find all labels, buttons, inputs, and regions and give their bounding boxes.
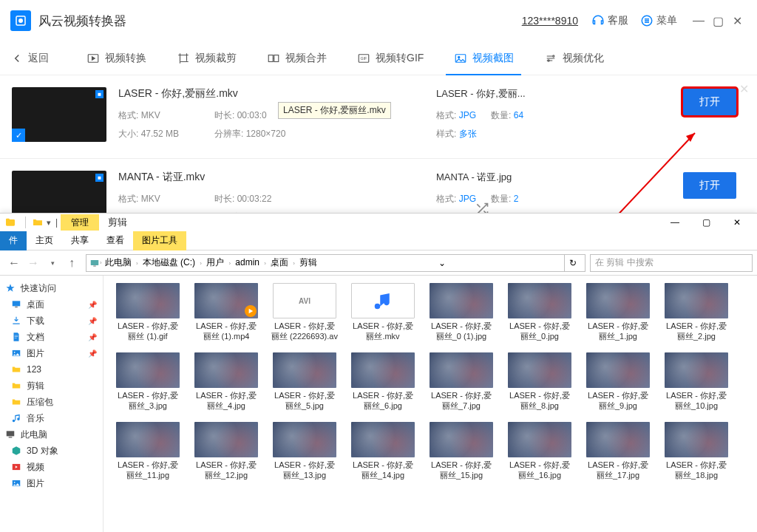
- tool-3[interactable]: GIF视频转GIF: [342, 41, 438, 75]
- file-item[interactable]: AVILASER - 你好,爱丽丝 (2226693).avi: [271, 283, 339, 342]
- menu-link[interactable]: 菜单: [640, 14, 677, 27]
- file-item[interactable]: LASER - 你好,爱丽丝_12.jpg: [192, 422, 260, 481]
- file-item[interactable]: LASER - 你好,爱丽丝_18.jpg: [662, 422, 730, 481]
- ribbon-view[interactable]: 查看: [98, 231, 133, 250]
- close-button[interactable]: ✕: [727, 11, 747, 30]
- tool-4[interactable]: 视频截图: [438, 41, 529, 75]
- file-item[interactable]: LASER - 你好,爱丽丝_11.jpg: [114, 422, 182, 481]
- open-button[interactable]: 打开: [683, 172, 736, 199]
- search-box[interactable]: 在 剪辑 中搜索: [590, 254, 753, 272]
- format-label: 格式: MKV: [118, 109, 214, 122]
- sidebar-item[interactable]: 图片: [0, 475, 103, 491]
- tool-2[interactable]: 视频合并: [251, 41, 342, 75]
- output-style-link[interactable]: 多张: [459, 129, 477, 139]
- exp-minimize-button[interactable]: ―: [659, 214, 690, 231]
- svg-point-19: [14, 352, 16, 353]
- file-label: LASER - 你好,爱丽丝_6.jpg: [349, 391, 417, 412]
- sidebar-item[interactable]: 文档📌: [0, 329, 103, 345]
- video-icon: [10, 461, 22, 473]
- sidebar-item[interactable]: 此电脑: [0, 426, 103, 443]
- file-item[interactable]: LASER - 你好,爱丽丝_14.jpg: [349, 422, 417, 481]
- file-item[interactable]: LASER - 你好,爱丽丝_1.jpg: [584, 283, 652, 342]
- toolbar: 返回 视频转换视频裁剪视频合并GIF视频转GIF视频截图视频优化: [0, 41, 757, 75]
- sidebar-item[interactable]: 快速访问: [0, 280, 103, 296]
- tool-1[interactable]: 视频裁剪: [161, 41, 251, 75]
- duration-label: 时长: 00:03:22: [214, 193, 310, 205]
- ribbon-pictools[interactable]: 图片工具: [133, 231, 186, 250]
- file-item[interactable]: LASER - 你好,爱丽丝_2.jpg: [662, 283, 730, 342]
- nav-up[interactable]: ↑: [62, 254, 81, 272]
- svg-point-1: [19, 19, 23, 23]
- folder-icon: [4, 216, 16, 228]
- file-item[interactable]: LASER - 你好,爱丽丝_7.jpg: [427, 352, 495, 412]
- file-item[interactable]: LASER - 你好,爱丽丝 (1).gif: [114, 283, 182, 342]
- ribbon-home[interactable]: 主页: [27, 231, 62, 250]
- file-item[interactable]: LASER - 你好,爱丽丝_0 (1).jpg: [427, 283, 495, 342]
- nav-recent[interactable]: ▾: [43, 254, 62, 272]
- back-button[interactable]: 返回: [10, 52, 49, 65]
- sidebar-item[interactable]: 下载📌: [0, 313, 103, 329]
- file-label: LASER - 你好,爱丽丝_14.jpg: [349, 460, 417, 481]
- file-item[interactable]: LASER - 你好,爱丽丝 (1).mp4: [192, 283, 260, 342]
- svg-rect-5: [274, 55, 279, 61]
- address-dropdown[interactable]: ⌄: [433, 254, 451, 272]
- file-item[interactable]: LASER - 你好,爱丽丝_0.jpg: [506, 283, 574, 342]
- file-item[interactable]: LASER - 你好,爱丽丝_17.jpg: [584, 422, 652, 481]
- file-item[interactable]: LASER - 你好,爱丽丝_15.jpg: [427, 422, 495, 481]
- exp-maximize-button[interactable]: ▢: [690, 214, 722, 231]
- ribbon-file[interactable]: 件: [0, 231, 27, 250]
- file-item[interactable]: LASER - 你好,爱丽丝_6.jpg: [349, 352, 417, 412]
- file-item[interactable]: LASER - 你好,爱丽丝_4.jpg: [192, 352, 260, 412]
- file-item[interactable]: LASER - 你好,爱丽丝_3.jpg: [114, 352, 182, 412]
- address-bar[interactable]: › 此电脑 › 本地磁盘 (C:) › 用户 › admin › 桌面 › 剪辑…: [86, 254, 585, 272]
- file-item[interactable]: LASER - 你好,爱丽丝_8.jpg: [506, 352, 574, 412]
- file-item[interactable]: LASER - 你好,爱丽丝_9.jpg: [584, 352, 652, 412]
- sidebar-item[interactable]: 3D 对象: [0, 443, 103, 459]
- sidebar-item[interactable]: 压缩包: [0, 394, 103, 410]
- file-item[interactable]: LASER - 你好,爱丽丝_16.jpg: [506, 422, 574, 481]
- sidebar-item[interactable]: 音乐: [0, 410, 103, 426]
- pin-icon: 📌: [88, 317, 97, 325]
- output-format-link[interactable]: JPG: [459, 110, 476, 120]
- output-name: LASER - 你好,爱丽...: [436, 87, 584, 100]
- maximize-button[interactable]: ▢: [708, 11, 727, 30]
- context-tab-manage[interactable]: 管理: [61, 214, 99, 231]
- output-count-link[interactable]: 64: [514, 110, 523, 120]
- file-label: LASER - 你好,爱丽丝_10.jpg: [662, 391, 730, 412]
- file-item[interactable]: LASER - 你好,爱丽丝_10.jpg: [662, 352, 730, 412]
- titlebar-chevron[interactable]: ▾: [47, 218, 51, 228]
- svg-point-24: [14, 482, 16, 483]
- nav-back[interactable]: ←: [4, 254, 24, 272]
- download-icon: [10, 315, 22, 327]
- file-label: LASER - 你好,爱丽丝_1.jpg: [584, 321, 652, 342]
- file-label: LASER - 你好,爱丽丝_5.jpg: [271, 391, 339, 412]
- sidebar-item[interactable]: 视频: [0, 459, 103, 475]
- file-name: LASER - 你好,爱丽丝.mkv: [118, 87, 436, 100]
- breadcrumb: 此电脑 › 本地磁盘 (C:) › 用户 › admin › 桌面 › 剪辑: [102, 256, 321, 269]
- support-link[interactable]: 客服: [591, 14, 628, 27]
- file-item[interactable]: LASER - 你好,爱丽丝.mkv: [349, 283, 417, 342]
- sidebar-item[interactable]: 剪辑: [0, 378, 103, 394]
- tool-5[interactable]: 视频优化: [529, 41, 619, 75]
- sidebar-item[interactable]: 图片📌: [0, 345, 103, 361]
- sidebar-item[interactable]: 123: [0, 361, 103, 378]
- ribbon-share[interactable]: 共享: [62, 231, 98, 250]
- file-grid: LASER - 你好,爱丽丝 (1).gifLASER - 你好,爱丽丝 (1)…: [103, 276, 757, 532]
- refresh-button[interactable]: ↻: [564, 254, 582, 272]
- file-label: LASER - 你好,爱丽丝_17.jpg: [584, 460, 652, 481]
- user-id[interactable]: 123****8910: [522, 15, 578, 27]
- file-item[interactable]: LASER - 你好,爱丽丝_5.jpg: [271, 352, 339, 412]
- remove-row-button[interactable]: ✕: [738, 83, 750, 95]
- output-format-link[interactable]: JPG: [459, 194, 476, 204]
- file-label: LASER - 你好,爱丽丝_16.jpg: [506, 460, 574, 481]
- ribbon: 件 主页 共享 查看 图片工具: [0, 231, 757, 250]
- video-thumbnail[interactable]: ■✓: [12, 87, 106, 142]
- output-count-link[interactable]: 2: [514, 194, 519, 204]
- file-item[interactable]: LASER - 你好,爱丽丝_13.jpg: [271, 422, 339, 481]
- tool-0[interactable]: 视频转换: [71, 41, 161, 75]
- exp-close-button[interactable]: ✕: [722, 214, 753, 231]
- minimize-button[interactable]: ―: [689, 11, 708, 30]
- sidebar-item[interactable]: 桌面📌: [0, 296, 103, 313]
- open-button[interactable]: 打开: [683, 89, 736, 115]
- nav-forward[interactable]: →: [24, 254, 43, 272]
